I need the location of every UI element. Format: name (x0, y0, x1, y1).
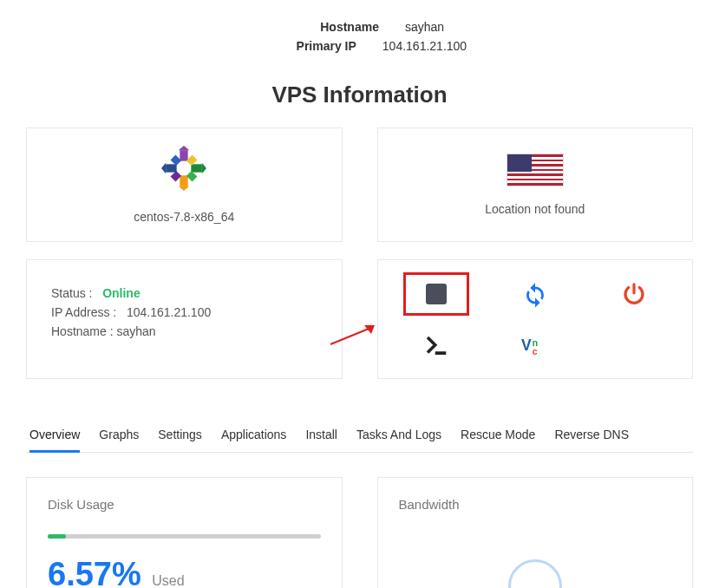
status-value: Online (102, 286, 141, 300)
tab-reverse-dns[interactable]: Reverse DNS (554, 421, 629, 452)
primary-ip-label: Primary IP (252, 39, 356, 53)
svg-marker-1 (179, 146, 189, 150)
disk-usage-card: Disk Usage 6.57% Used (26, 477, 343, 588)
stop-button[interactable] (403, 272, 469, 316)
svg-marker-7 (161, 163, 166, 173)
poweroff-button[interactable] (608, 274, 660, 314)
location-text: Location not found (485, 202, 585, 216)
svg-rect-8 (186, 155, 198, 167)
svg-rect-10 (171, 171, 182, 182)
restart-button[interactable] (509, 274, 561, 314)
svg-rect-4 (180, 175, 188, 186)
bandwidth-title: Bandwidth (399, 497, 672, 512)
power-icon (621, 281, 647, 307)
status-card: Status : Online IP Address : 104.161.21.… (26, 259, 343, 379)
tab-rescue-mode[interactable]: Rescue Mode (461, 421, 535, 452)
tab-install[interactable]: Install (305, 421, 337, 452)
svg-rect-2 (192, 164, 202, 172)
status-label: Status : (51, 286, 92, 300)
svg-rect-0 (180, 150, 188, 160)
svg-marker-3 (202, 163, 206, 173)
os-card: centos-7.8-x86_64 (26, 127, 343, 242)
us-flag-icon (507, 154, 564, 186)
tab-tasks-logs[interactable]: Tasks And Logs (356, 421, 441, 452)
svg-text:n: n (533, 338, 538, 348)
svg-rect-11 (171, 155, 182, 167)
tab-applications[interactable]: Applications (221, 421, 287, 452)
hostname-label: Hostname (275, 20, 379, 34)
bandwidth-card: Bandwidth (377, 477, 694, 588)
tab-overview[interactable]: Overview (29, 421, 80, 453)
refresh-icon (520, 279, 550, 309)
svg-marker-13 (364, 325, 375, 334)
disk-usage-used-label: Used (152, 573, 184, 588)
tab-settings[interactable]: Settings (158, 421, 202, 452)
svg-marker-5 (179, 186, 189, 191)
disk-usage-title: Disk Usage (48, 497, 321, 512)
os-name: centos-7.8-x86_64 (134, 210, 234, 224)
vnc-icon: V n c (521, 334, 549, 358)
host-label: Hostname : (51, 324, 114, 338)
stop-icon (426, 284, 447, 304)
server-header: Hostname sayhan Primary IP 104.161.21.10… (26, 17, 693, 56)
svg-rect-9 (186, 171, 198, 182)
actions-card: V n c (377, 259, 694, 379)
ipaddress-label: IP Address : (51, 305, 116, 319)
loading-spinner-icon (508, 559, 562, 588)
disk-usage-percent: 6.57% (48, 556, 141, 588)
hostname-value: sayhan (405, 20, 444, 34)
ipaddress-value: 104.161.21.100 (127, 305, 211, 319)
svg-rect-6 (166, 164, 176, 172)
svg-text:c: c (533, 347, 538, 356)
host-value: sayhan (116, 324, 155, 338)
console-button[interactable] (410, 326, 462, 366)
centos-icon (161, 146, 206, 194)
section-title: VPS Information (26, 82, 693, 108)
terminal-icon (423, 335, 449, 357)
svg-rect-14 (435, 351, 446, 355)
primary-ip-value: 104.161.21.100 (382, 39, 467, 53)
location-card: Location not found (377, 127, 694, 242)
vnc-button[interactable]: V n c (509, 326, 561, 366)
svg-text:V: V (521, 336, 532, 354)
tab-bar: Overview Graphs Settings Applications In… (26, 421, 693, 453)
tab-graphs[interactable]: Graphs (99, 421, 139, 452)
